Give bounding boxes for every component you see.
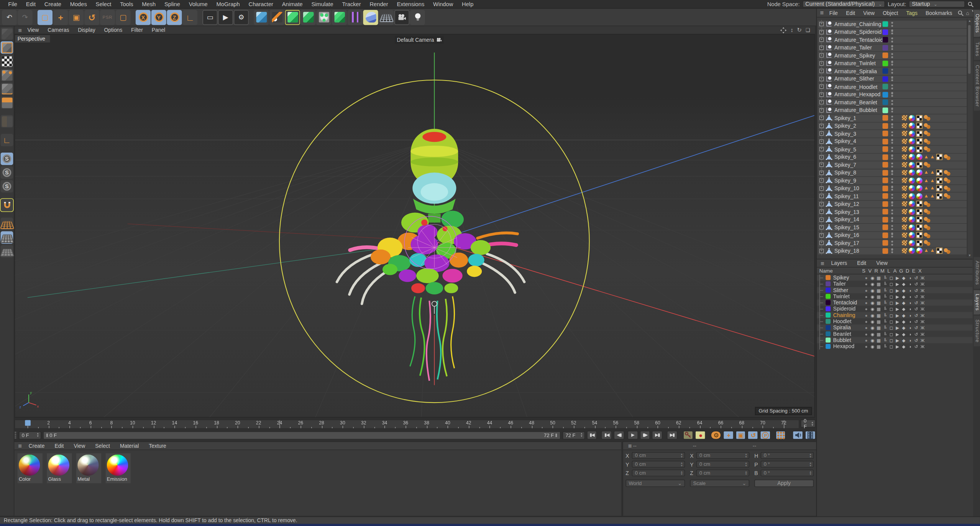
coordinate-rotation-field-b[interactable]: 0 °▲▼ [761,470,814,477]
light-icon[interactable] [410,10,425,25]
object-color-swatch[interactable] [883,225,888,230]
visibility-dots[interactable] [891,84,893,89]
weight-tag-icon[interactable] [902,162,908,168]
object-row-spikey_17[interactable]: +Spikey_17 [818,240,972,247]
uvw-tag-icon[interactable] [916,123,923,129]
layer-row-chainling[interactable]: Chainling●◉▦╚◻▶◆◑↺Ж [817,312,972,318]
material-tag-icon[interactable] [909,217,915,223]
expand-icon[interactable]: + [819,186,824,191]
layer-color-swatch[interactable] [826,306,831,311]
layer-row-tailer[interactable]: Tailer●◉▦╚◻▶◆◑↺Ж [817,281,972,287]
object-color-swatch[interactable] [883,115,888,121]
menubar-item-select[interactable]: Select [91,0,116,8]
world-mode-dropdown[interactable]: World⌄ [625,480,685,487]
object-row-spikey_7[interactable]: +Spikey_7 [818,161,972,169]
visible-toggle-icon[interactable]: ◉ [869,332,875,336]
selection-tag-icon[interactable]: ▲ [930,186,935,191]
menubar-item-help[interactable]: Help [458,0,478,8]
expand-icon[interactable]: + [819,30,824,34]
lock-toggle-icon[interactable]: ◻ [888,338,894,342]
visible-toggle-icon[interactable]: ◉ [869,282,875,286]
menubar-item-tools[interactable]: Tools [116,0,138,8]
material-item-emission[interactable]: Emission [106,453,131,483]
visibility-dots[interactable] [891,178,893,183]
object-menu-object[interactable]: Object [879,10,902,16]
generators-toggle-icon[interactable]: ◆ [901,294,907,298]
manager-toggle-icon[interactable]: ╚ [882,338,888,342]
lock-toggle-icon[interactable]: ◻ [888,288,894,292]
render-toggle-icon[interactable]: ▦ [876,288,882,292]
constraint-tag-icon[interactable] [944,178,950,184]
xref-toggle-icon[interactable]: Ж [919,307,926,311]
lock-toggle-icon[interactable]: ◻ [888,307,894,311]
visibility-dots[interactable] [891,38,893,43]
visibility-dots[interactable] [891,108,893,113]
generators-toggle-icon[interactable]: ◆ [901,319,907,323]
instance-array[interactable] [332,10,347,25]
x-axis-lock[interactable]: X [136,10,151,25]
visibility-dots[interactable] [891,76,893,81]
object-row-spikey_2[interactable]: +Spikey_2 [818,122,972,130]
object-color-swatch[interactable] [883,92,888,97]
material-menu-edit[interactable]: Edit [50,443,68,449]
layer-color-swatch[interactable] [826,331,831,336]
object-row-spikey_10[interactable]: +Spikey_10▲▲ [818,185,972,192]
prev-key-button[interactable]: ▮◀ [601,431,612,440]
menubar-item-mesh[interactable]: Mesh [138,0,160,8]
object-row-armature_spiralia[interactable]: +Armature_Spiralia [818,67,972,75]
selection-tag-icon[interactable]: ▲ [924,170,929,175]
expand-icon[interactable]: + [819,171,824,175]
constraint-tag-icon[interactable] [944,170,950,176]
expand-icon[interactable]: + [819,163,824,167]
snap-toggle[interactable]: S [1,153,13,165]
material-tag-icon[interactable] [909,232,915,238]
material-tag-icon[interactable] [916,178,923,184]
expand-icon[interactable]: + [819,194,824,198]
expand-icon[interactable]: + [819,92,824,97]
make-editable[interactable] [1,28,13,40]
lock-toggle-icon[interactable]: ◻ [888,332,894,336]
uvw-tag-icon[interactable] [936,154,942,160]
solo-toggle-icon[interactable]: ● [863,301,869,305]
coordinate-rotation-field-p[interactable]: 0 °▲▼ [761,461,814,468]
generators-toggle-icon[interactable]: ◆ [901,301,907,305]
visibility-dots[interactable] [891,248,893,253]
object-row-armature_hexapod[interactable]: +Armature_Hexapod [818,91,972,98]
layer-row-spiralia[interactable]: Spiralia●◉▦╚◻▶◆◑↺Ж [817,324,972,330]
solo-toggle-icon[interactable]: ● [863,332,869,336]
expand-icon[interactable]: + [819,77,824,81]
expand-icon[interactable]: + [819,139,824,143]
animation-toggle-icon[interactable]: ▶ [895,275,901,279]
object-color-swatch[interactable] [883,217,888,222]
viewport-menu-filter[interactable]: Filter [127,27,148,33]
object-menu-tags[interactable]: Tags [903,10,921,16]
material-item-glass[interactable]: Glass [47,453,72,483]
layer-color-swatch[interactable] [826,319,831,324]
object-color-swatch[interactable] [883,68,888,74]
panel-tab-layers[interactable]: Layers [974,290,980,315]
expand-icon[interactable]: + [819,22,824,26]
panel-tab-objects[interactable]: Objects [974,10,980,37]
manager-toggle-icon[interactable]: ╚ [882,294,888,298]
z-axis-lock[interactable]: Z [167,10,182,25]
layer-row-bubblet[interactable]: Bubblet●◉▦╚◻▶◆◑↺Ж [817,337,972,343]
visible-toggle-icon[interactable]: ◉ [869,301,875,305]
weight-tag-icon[interactable] [902,193,908,199]
material-tag-icon[interactable] [909,115,915,121]
axis-mode[interactable]: ∟ [1,134,13,146]
object-row-armature_spideroid[interactable]: +Armature_Spideroid [818,28,972,36]
material-tag-icon[interactable] [916,154,923,160]
snap-settings[interactable]: S [1,180,13,193]
manager-toggle-icon[interactable]: ╚ [882,344,888,348]
coordinate-size-field-z[interactable]: 0 cm▲▼ [696,470,750,477]
weight-tag-icon[interactable] [902,240,908,246]
render-toggle-icon[interactable]: ▦ [876,313,882,317]
layer-color-swatch[interactable] [826,275,831,280]
spinner-down-icon[interactable]: ▼ [745,455,747,458]
object-row-spikey_13[interactable]: +Spikey_13 [818,208,972,215]
manager-toggle-icon[interactable]: ╚ [882,319,888,323]
material-tag-icon[interactable] [909,193,915,199]
layer-menu-view[interactable]: View [872,260,892,266]
xref-toggle-icon[interactable]: Ж [919,338,926,342]
material-tag-icon[interactable] [909,138,915,145]
